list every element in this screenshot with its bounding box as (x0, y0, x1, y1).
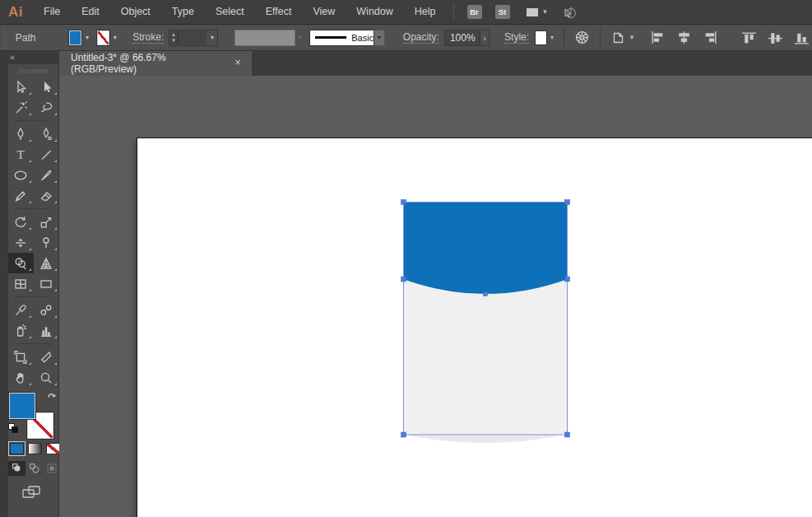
vertical-align-center-button[interactable] (765, 30, 786, 44)
horizontal-align-center-button[interactable] (674, 30, 694, 44)
swap-fill-stroke-icon[interactable] (46, 390, 58, 401)
horizontal-align-left-button[interactable] (647, 30, 668, 44)
menu-select[interactable]: Select (205, 0, 255, 24)
selection-tool[interactable] (8, 77, 34, 97)
horizontal-align-right-button[interactable] (700, 30, 721, 44)
curvature-tool[interactable] (34, 123, 59, 144)
brush-definition-combo[interactable]: Basic (309, 30, 374, 46)
menu-items: FileEditObjectTypeSelectEffectViewWindow… (33, 0, 447, 24)
puppet-warp-tool[interactable] (34, 232, 59, 253)
none-button[interactable] (46, 443, 60, 454)
gradient-button[interactable] (28, 443, 42, 454)
rotate-tool[interactable] (8, 212, 34, 232)
drawing-modes (8, 461, 60, 476)
menu-window[interactable]: Window (346, 0, 403, 24)
direct-selection-tool[interactable] (34, 77, 59, 97)
tools-dock: « T (0, 51, 59, 517)
line-segment-tool[interactable] (34, 144, 59, 165)
collapse-panel-button[interactable]: « (10, 52, 15, 62)
perspective-grid-tool[interactable] (34, 253, 59, 273)
default-fill-stroke-icon[interactable] (8, 423, 18, 433)
vertical-align-bottom-button[interactable] (791, 30, 812, 44)
menu-object[interactable]: Object (110, 0, 161, 24)
color-button[interactable] (10, 443, 24, 454)
fill-chevron-icon[interactable]: ▼ (82, 30, 91, 46)
recolor-artwork-icon[interactable] (572, 30, 592, 45)
hand-tool[interactable] (8, 367, 34, 388)
brush-chevron-icon[interactable]: ▼ (374, 30, 385, 46)
shape-builder-tool[interactable] (8, 253, 34, 273)
panel-drag-grip[interactable] (20, 69, 48, 73)
document-tab[interactable]: Untitled-3* @ 66.67% (RGB/Preview) × (59, 51, 252, 76)
draw-behind-mode-button[interactable] (26, 461, 43, 476)
tool-group-divider (8, 206, 59, 212)
artboard-tool[interactable] (8, 347, 34, 367)
paintbrush-tool[interactable] (34, 165, 59, 185)
mesh-tool[interactable] (8, 273, 34, 294)
lasso-tool[interactable] (34, 97, 59, 118)
vertical-align-top-button[interactable] (739, 30, 759, 44)
panel-grip[interactable] (2, 27, 7, 49)
stroke-weight-stepper[interactable]: ▲▼ (169, 30, 178, 46)
color-gradient-none-buttons (10, 443, 60, 454)
scale-tool[interactable] (34, 212, 59, 232)
chevron-down-icon: ▼ (542, 8, 549, 16)
menu-type[interactable]: Type (161, 0, 205, 24)
menu-effect[interactable]: Effect (255, 0, 303, 24)
style-swatch[interactable] (535, 30, 547, 45)
menu-edit[interactable]: Edit (71, 0, 110, 24)
stroke-weight-combo[interactable]: ▼ (178, 30, 218, 46)
magic-wand-tool[interactable] (8, 97, 34, 118)
brush-stroke-preview (315, 36, 346, 39)
fill-color-swatch[interactable] (68, 30, 82, 46)
tools-panel: T (8, 64, 59, 517)
stock-button[interactable]: St (495, 5, 510, 19)
menu-view[interactable]: View (302, 0, 346, 24)
gradient-tool[interactable] (34, 273, 59, 294)
symbol-sprayer-tool[interactable] (8, 320, 34, 341)
eraser-tool[interactable] (34, 185, 59, 206)
menu-file[interactable]: File (33, 0, 71, 24)
ellipse-tool[interactable] (8, 165, 34, 185)
width-profile-chevron-icon: ▼ (295, 30, 304, 46)
artboard[interactable] (137, 137, 812, 517)
svg-text:T: T (16, 148, 24, 161)
opacity-arrow-icon[interactable]: › (480, 30, 490, 46)
tab-close-icon[interactable]: × (232, 57, 244, 68)
controlbar-separator (564, 28, 564, 48)
tool-group-divider (8, 294, 59, 300)
transform-options-icon[interactable]: ▼ (608, 30, 638, 45)
style-chevron-icon[interactable]: ▼ (547, 30, 556, 46)
app-logo: Ai (0, 4, 33, 21)
stroke-color-swatch[interactable] (96, 30, 110, 46)
slice-tool[interactable] (34, 347, 59, 367)
fill-indicator[interactable] (8, 392, 36, 420)
fill-stroke-indicator (8, 390, 59, 441)
opacity-input[interactable]: 100% (444, 30, 480, 46)
eyedropper-tool[interactable] (8, 300, 34, 320)
arrange-documents-button[interactable]: ▼ (525, 6, 549, 19)
draw-normal-mode-button[interactable] (8, 461, 26, 476)
menu-help[interactable]: Help (404, 0, 447, 24)
type-tool[interactable]: T (8, 144, 34, 165)
change-screen-mode-icon[interactable] (21, 484, 43, 501)
column-graph-tool[interactable] (34, 320, 59, 341)
width-tool[interactable] (8, 232, 34, 253)
brush-name: Basic (351, 33, 374, 43)
zoom-tool[interactable] (34, 367, 59, 388)
control-bar: Path ▼ ▼ Stroke: ▲▼ ▼ ▼ Basic ▼ Opacity:… (0, 25, 812, 51)
style-label[interactable]: Style: (504, 31, 529, 44)
menu-bar: Ai FileEditObjectTypeSelectEffectViewWin… (0, 0, 812, 25)
pasteboard[interactable] (59, 76, 812, 517)
tool-group-divider (8, 341, 59, 347)
tools-grid: T (8, 77, 58, 388)
blend-tool[interactable] (34, 300, 59, 320)
pencil-tool[interactable] (8, 185, 34, 206)
pen-tool[interactable] (8, 123, 34, 144)
stroke-weight-label[interactable]: Stroke: (132, 31, 164, 44)
stroke-chevron-icon[interactable]: ▼ (110, 30, 119, 46)
width-profile-combo[interactable] (234, 30, 295, 46)
bridge-button[interactable]: Br (467, 5, 482, 19)
draw-inside-mode-button[interactable] (43, 461, 60, 476)
opacity-label[interactable]: Opacity: (403, 31, 439, 44)
